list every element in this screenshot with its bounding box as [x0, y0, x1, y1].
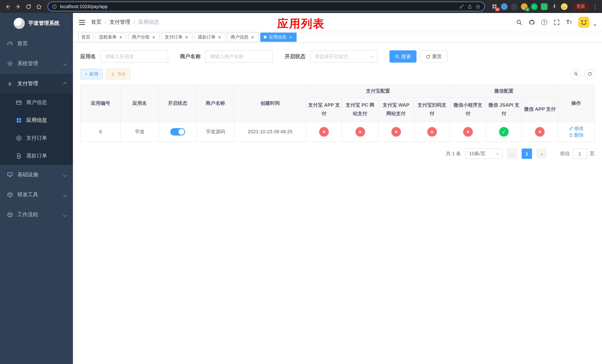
extension-grid-icon[interactable]: 10 [491, 3, 498, 10]
search-button[interactable]: 搜索 [389, 50, 417, 63]
export-button[interactable]: 导出 [106, 69, 130, 79]
sidebar-logo[interactable]: 芋道管理系统 [0, 13, 73, 34]
sidebar-item-dev-tools[interactable]: 研发工具 [0, 185, 73, 205]
sidebar-item-system[interactable]: 系统管理 [0, 54, 73, 74]
tab-process-form[interactable]: 流程表单× [96, 32, 127, 42]
close-icon[interactable]: × [151, 34, 156, 40]
credit-card-icon [16, 99, 22, 106]
extension-blue-icon[interactable] [501, 3, 508, 10]
font-size-icon[interactable]: TT [566, 19, 572, 25]
col-alipay-app: 支付宝 APP 支付 [306, 97, 342, 122]
tag-tabs-bar: 首页 流程表单× 用户分组× 支付订单× 退款订单× 商户信息× 应用信息× [73, 32, 602, 43]
close-icon[interactable]: × [217, 34, 222, 40]
tab-app-info[interactable]: 应用信息× [260, 32, 297, 42]
extension-emoji-icon[interactable] [561, 3, 568, 10]
hamburger-icon[interactable] [78, 19, 86, 26]
breadcrumb-separator: / [105, 19, 106, 25]
goto-suffix: 页 [590, 150, 595, 157]
sidebar-item-label: 首页 [17, 40, 28, 47]
browser-home-button[interactable] [34, 2, 44, 11]
breadcrumb-payment[interactable]: 支付管理 [110, 19, 130, 26]
tab-home[interactable]: 首页 [78, 32, 94, 42]
app-title: 芋道管理系统 [28, 20, 59, 27]
browser-reload-button[interactable] [24, 2, 33, 11]
sidebar-item-payment[interactable]: ¥ 支付管理 [0, 74, 73, 94]
password-key-icon[interactable] [459, 4, 464, 9]
extension-avatar-icon[interactable]: 1 [521, 3, 527, 10]
close-icon[interactable]: × [118, 34, 123, 40]
fullscreen-icon[interactable] [553, 19, 560, 25]
merchant-name-input[interactable] [205, 50, 273, 63]
table-row: 6 芋道 芋道源码 2021-10-23 08:49:25 × × × × × … [81, 122, 594, 142]
sidebar-item-app-info[interactable]: 应用信息 [0, 111, 73, 129]
toggle-search-button[interactable] [571, 69, 581, 79]
reset-button[interactable]: 重置 [420, 50, 447, 63]
goto-page-input[interactable] [572, 149, 587, 159]
chevron-down-icon [63, 173, 67, 177]
sidebar-item-refund-orders[interactable]: 退款订单 [0, 147, 73, 165]
extension-pin-icon[interactable] [551, 3, 558, 10]
share-icon[interactable] [467, 4, 473, 9]
status-icon: × [355, 127, 365, 137]
help-icon[interactable]: ? [541, 19, 547, 25]
github-icon[interactable] [529, 19, 535, 25]
page-size-select[interactable]: 10条/页 [465, 149, 502, 159]
extension-note-icon[interactable] [541, 3, 548, 10]
cell-status [159, 122, 197, 142]
extensions-cluster: 10 1 ✓ [489, 3, 570, 10]
sidebar-item-infrastructure[interactable]: 基础设施 [0, 165, 73, 185]
browser-toolbar: localhost:1024/pay/app 10 1 ✓ 更新 ⋮ [0, 0, 602, 13]
url-text[interactable]: localhost:1024/pay/app [60, 4, 456, 9]
edit-button[interactable]: 修改 [569, 125, 584, 132]
dashboard-icon [7, 41, 13, 47]
extension-dark-icon[interactable] [511, 3, 517, 10]
trash-icon [569, 133, 573, 137]
page-content: 应用名 商户名称 开启状态 请选择开启状态 [73, 43, 602, 364]
close-icon[interactable]: × [184, 34, 189, 40]
site-info-icon[interactable] [52, 4, 57, 9]
col-actions: 操作 [558, 85, 594, 122]
current-page[interactable]: 1 [522, 149, 532, 159]
browser-forward-button[interactable] [13, 2, 23, 11]
extension-badge: 10 [495, 7, 500, 11]
prev-page-button[interactable]: ‹ [507, 149, 517, 159]
sidebar-item-home[interactable]: 首页 [0, 34, 73, 54]
status-icon: × [391, 127, 401, 137]
breadcrumb-home[interactable]: 首页 [91, 19, 101, 26]
tab-payment-orders[interactable]: 支付订单× [161, 32, 193, 42]
search-icon[interactable] [516, 19, 522, 25]
app-table: 应用编号 应用名 开启状态 商户名称 创建时间 支付宝配置 微信配置 操作 支付… [80, 85, 595, 142]
sidebar-item-merchant-info[interactable]: 商户信息 [0, 94, 73, 111]
tab-merchant-info[interactable]: 商户信息× [227, 32, 258, 42]
browser-update-button[interactable]: 更新 [572, 2, 589, 11]
browser-back-button[interactable] [3, 2, 13, 11]
sidebar-item-payment-orders[interactable]: 支付订单 [0, 129, 73, 147]
enabled-toggle[interactable] [170, 128, 185, 135]
close-icon[interactable]: × [250, 34, 255, 40]
total-count: 共 1 条 [446, 150, 461, 157]
sidebar-item-label: 应用信息 [26, 117, 47, 124]
close-icon[interactable]: × [288, 34, 293, 40]
add-button[interactable]: + 新增 [80, 69, 103, 79]
status-select[interactable]: 请选择开启状态 [310, 50, 378, 63]
tab-user-group[interactable]: 用户分组× [129, 32, 160, 42]
status-icon: × [463, 127, 473, 137]
next-page-button[interactable]: › [537, 149, 547, 159]
caret-down-icon[interactable] [593, 24, 596, 26]
extension-check-icon[interactable]: ✓ [531, 3, 538, 10]
sidebar-item-label: 商户信息 [26, 99, 47, 106]
sidebar-item-label: 支付管理 [17, 80, 38, 87]
address-bar[interactable]: localhost:1024/pay/app [47, 1, 485, 11]
refresh-table-button[interactable] [585, 69, 595, 79]
bookmark-star-icon[interactable] [475, 4, 481, 9]
avatar[interactable] [578, 17, 589, 28]
browser-menu-icon[interactable]: ⋮ [592, 3, 599, 10]
sidebar: 芋道管理系统 首页 系统管理 ¥ 支付管理 [0, 13, 73, 364]
col-wx-jsapi: 微信 JSAPI 支付 [486, 97, 522, 122]
sidebar-item-label: 退款订单 [26, 152, 47, 159]
delete-button[interactable]: 删除 [569, 132, 584, 138]
sidebar-item-workflow[interactable]: 工作流程 [0, 205, 73, 225]
sidebar-item-label: 系统管理 [17, 60, 38, 67]
tab-refund-orders[interactable]: 退款订单× [194, 32, 226, 42]
app-name-input[interactable] [100, 50, 168, 63]
